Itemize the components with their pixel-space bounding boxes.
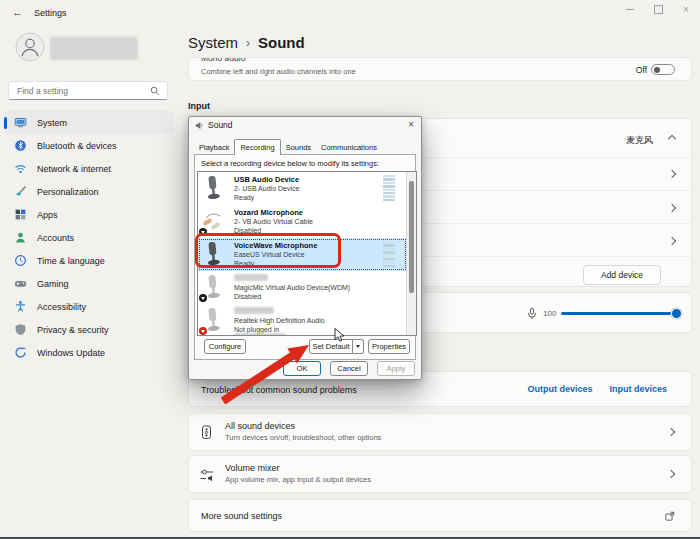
sidebar-item-label: Apps xyxy=(37,210,58,220)
device-row-realtek[interactable]: Realtek High Definition Audio Not plugge… xyxy=(198,304,407,336)
chevron-up-icon[interactable] xyxy=(668,135,676,143)
sidebar-nav: System Bluetooth & devices Network & int… xyxy=(4,111,174,364)
device-status: Not plugged in xyxy=(234,326,279,333)
dialog-instruction: Select a recording device below to modif… xyxy=(201,159,379,168)
add-device-button[interactable]: Add device xyxy=(583,265,661,285)
volume-mixer-icon xyxy=(200,469,214,482)
dialog-title: Sound xyxy=(208,120,233,130)
sidebar-item-label: Personalization xyxy=(37,187,99,197)
mono-audio-title: Mono audio xyxy=(201,57,245,63)
sidebar-item-privacy[interactable]: Privacy & security xyxy=(4,318,174,341)
chevron-right-icon xyxy=(667,470,675,478)
update-icon xyxy=(14,346,27,359)
all-sound-devices-row[interactable]: All sound devices Turn devices on/off, t… xyxy=(188,413,692,451)
user-name-redacted xyxy=(50,37,138,60)
breadcrumb: System › Sound xyxy=(188,34,305,51)
chevron-right-icon[interactable] xyxy=(668,237,676,245)
input-volume-slider[interactable] xyxy=(561,312,677,315)
device-name: Vozard Microphone xyxy=(234,208,303,217)
device-row-magicmic[interactable]: MagicMic Virtual Audio Device(WDM) Disab… xyxy=(198,271,407,304)
search-box[interactable] xyxy=(8,81,168,100)
tab-recording[interactable]: Recording xyxy=(234,139,280,155)
ok-button[interactable]: OK xyxy=(283,361,321,376)
mono-audio-card: Mono audio Combine left and right audio … xyxy=(188,57,692,81)
slider-knob[interactable] xyxy=(671,308,682,319)
sound-device-icon xyxy=(200,425,213,440)
more-sound-settings-title: More sound settings xyxy=(201,511,282,521)
window-controls: × xyxy=(616,0,700,18)
sidebar-item-accounts[interactable]: Accounts xyxy=(4,226,174,249)
tab-communications[interactable]: Communications xyxy=(316,141,382,154)
search-input[interactable] xyxy=(9,86,150,96)
device-subtitle: MagicMic Virtual Audio Device(WDM) xyxy=(234,284,350,291)
accessibility-icon xyxy=(14,300,27,313)
sidebar-item-label: Gaming xyxy=(37,279,69,289)
sidebar-item-label: Accessibility xyxy=(37,302,86,312)
scrollbar-thumb[interactable] xyxy=(409,181,414,293)
device-row-usb-audio[interactable]: USB Audio Device 2- USB Audio Device Rea… xyxy=(198,172,407,205)
sidebar-item-accessibility[interactable]: Accessibility xyxy=(4,295,174,318)
volume-mixer-row[interactable]: Volume mixer App volume mix, app input &… xyxy=(188,455,692,493)
toggle-knob xyxy=(654,67,660,73)
sidebar-item-apps[interactable]: Apps xyxy=(4,203,174,226)
dialog-close-icon[interactable]: × xyxy=(408,119,414,130)
apps-grid-icon xyxy=(14,208,27,221)
set-default-dropdown-icon[interactable] xyxy=(353,339,364,354)
sidebar-item-time-language[interactable]: Time & language xyxy=(4,249,174,272)
configure-button[interactable]: Configure xyxy=(204,339,246,354)
input-section-label: Input xyxy=(188,101,210,111)
chevron-right-icon[interactable] xyxy=(668,204,676,212)
chevron-right-icon xyxy=(667,428,675,436)
search-icon xyxy=(150,86,167,96)
level-meter xyxy=(383,175,395,202)
minimize-icon xyxy=(626,9,634,10)
input-devices-link[interactable]: Input devices xyxy=(609,384,667,394)
level-meter xyxy=(383,241,395,268)
mouse-cursor-icon xyxy=(334,328,346,343)
list-scrollbar[interactable] xyxy=(406,172,416,335)
volume-mixer-subtitle: App volume mix, app input & output devic… xyxy=(225,475,371,484)
device-subtitle: 2- VB Audio Virtual Cable xyxy=(234,218,313,225)
all-sound-devices-title: All sound devices xyxy=(225,421,295,431)
device-name: USB Audio Device xyxy=(234,175,299,184)
brush-icon xyxy=(14,185,27,198)
maximize-icon xyxy=(654,5,663,14)
device-name-redacted xyxy=(234,333,286,336)
close-button[interactable]: × xyxy=(672,0,700,18)
app-title: Settings xyxy=(34,8,67,18)
avatar[interactable] xyxy=(15,32,45,62)
back-icon[interactable]: ← xyxy=(12,6,23,18)
output-devices-link[interactable]: Output devices xyxy=(527,384,592,394)
device-subtitle: Realtek High Definition Audio xyxy=(234,317,325,324)
breadcrumb-root[interactable]: System xyxy=(188,34,238,51)
sidebar-item-windows-update[interactable]: Windows Update xyxy=(4,341,174,364)
sidebar-item-gaming[interactable]: Gaming xyxy=(4,272,174,295)
sidebar-item-bluetooth[interactable]: Bluetooth & devices xyxy=(4,134,174,157)
sidebar-item-label: System xyxy=(37,118,67,128)
more-sound-settings-row[interactable]: More sound settings xyxy=(188,499,692,532)
properties-button[interactable]: Properties xyxy=(368,339,410,354)
sidebar-item-label: Accounts xyxy=(37,233,74,243)
dialog-tabs: Playback Recording Sounds Communications xyxy=(194,140,382,154)
sidebar-item-personalization[interactable]: Personalization xyxy=(4,180,174,203)
all-sound-devices-subtitle: Turn devices on/off, troubleshoot, other… xyxy=(225,433,381,442)
not-plugged-in-badge-icon xyxy=(199,327,207,335)
disabled-badge-icon xyxy=(199,294,207,302)
maximize-button[interactable] xyxy=(644,0,672,18)
apply-button[interactable]: Apply xyxy=(377,361,415,376)
sidebar-item-system[interactable]: System xyxy=(4,111,174,134)
set-default-button[interactable]: Set Default xyxy=(309,339,353,354)
tab-playback[interactable]: Playback xyxy=(194,141,234,154)
device-name-redacted xyxy=(234,307,274,314)
person-icon xyxy=(14,231,27,244)
breadcrumb-separator-icon: › xyxy=(246,36,250,50)
mono-toggle[interactable] xyxy=(651,64,675,75)
shield-icon xyxy=(14,323,27,336)
bluetooth-icon xyxy=(14,139,27,152)
minimize-button[interactable] xyxy=(616,0,644,18)
sidebar-item-network[interactable]: Network & internet xyxy=(4,157,174,180)
cancel-button[interactable]: Cancel xyxy=(330,361,368,376)
chevron-right-icon[interactable] xyxy=(668,170,676,178)
tab-sounds[interactable]: Sounds xyxy=(281,141,316,154)
speaker-icon xyxy=(195,121,204,130)
